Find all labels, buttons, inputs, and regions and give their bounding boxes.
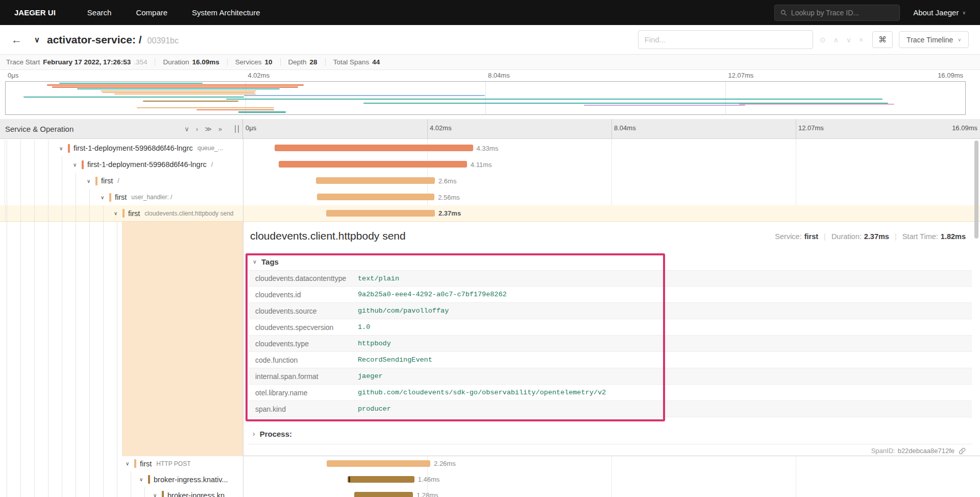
trace-view-dropdown[interactable]: Trace Timeline ∨ (899, 31, 969, 48)
minimap-span (77, 88, 280, 89)
span-bar[interactable] (279, 161, 467, 168)
service-name: first (140, 460, 152, 468)
span-row-first-user-handler[interactable]: ∨firstuser_handler: /2.56ms (0, 189, 980, 205)
trace-id-search-input[interactable] (791, 9, 894, 17)
tags-section-toggle[interactable]: ∨ Tags (248, 253, 972, 270)
find-prev-icon[interactable]: ∧ (833, 36, 838, 44)
detail-meta-service: Service:first (775, 232, 818, 241)
indent-guides (0, 173, 85, 189)
indent-guides (0, 487, 151, 497)
span-row-broker-ingress-kn[interactable]: ∨broker-ingress.kn...1.28ms (0, 487, 980, 497)
span-bar[interactable] (317, 194, 434, 200)
nav-item-search[interactable]: Search (87, 8, 112, 17)
expand-one-icon[interactable]: › (196, 125, 198, 133)
span-collapse-chevron-icon[interactable]: ∨ (59, 146, 68, 151)
vertical-scrollbar-thumb[interactable] (974, 140, 978, 239)
summary-value: 10 (265, 58, 273, 66)
minimap-span (47, 84, 304, 86)
span-rows-bottom: ∨firstHTTP POST2.26ms∨broker-ingress.kna… (0, 456, 980, 497)
tick-gridline (611, 119, 612, 138)
span-row-broker-ingress-knativ[interactable]: ∨broker-ingress.knativ...1.46ms (0, 471, 980, 487)
minimap-canvas[interactable] (5, 81, 966, 115)
span-name-cell[interactable]: ∨firstHTTP POST (0, 456, 243, 471)
about-jaeger-menu[interactable]: About Jaeger ∨ (913, 8, 966, 17)
span-collapse-chevron-icon[interactable]: ∨ (153, 492, 162, 497)
span-row-first-1-deployment-59968d6f46-lngrc-queue[interactable]: ∨first-1-deployment-59968d6f46-lngrcqueu… (0, 140, 980, 156)
minimap-span (52, 86, 298, 88)
trace-summary-bar: Trace StartFebruary 17 2022, 17:26:53.35… (0, 55, 980, 70)
collapse-one-icon[interactable]: ∨ (184, 125, 189, 133)
span-name-cell[interactable]: ∨firstuser_handler: / (0, 189, 243, 205)
span-duration-label: 1.28ms (416, 487, 438, 497)
tag-value: RecordSendingEvent (358, 356, 432, 364)
nav-item-compare[interactable]: Compare (136, 8, 167, 17)
indent-guides (0, 456, 124, 471)
trace-id-search[interactable] (774, 5, 900, 21)
span-row-first-1-deployment-59968d6f46-lngrc[interactable]: ∨first-1-deployment-59968d6f46-lngrc/4.1… (0, 156, 980, 173)
process-section-toggle[interactable]: › Process: (248, 427, 980, 441)
jaeger-ui-brand[interactable]: JAEGER UI (14, 8, 56, 17)
span-detail-meta: Service:first|Duration:2.37ms|Start Time… (775, 232, 966, 241)
span-detail-header: cloudevents.client.httpbody send Service… (243, 222, 980, 253)
span-name-cell[interactable]: ∨first-1-deployment-59968d6f46-lngrc/ (0, 156, 243, 173)
find-input[interactable] (638, 30, 813, 49)
span-collapse-chevron-icon[interactable]: ∨ (139, 477, 148, 482)
back-button[interactable]: ← (11, 34, 22, 46)
span-bar[interactable] (326, 210, 435, 217)
span-name-cell[interactable]: ∨broker-ingress.knativ... (0, 471, 243, 487)
minimap-span (197, 109, 274, 110)
span-bar[interactable] (327, 460, 430, 467)
tick-label-16-09ms: 16.09ms (938, 72, 963, 79)
find-status-icon[interactable]: ⊙ (820, 36, 826, 44)
span-name-cell[interactable]: ∨firstcloudevents.client.httpbody send (0, 205, 243, 221)
minimap-span (137, 107, 274, 108)
keyboard-shortcuts-button[interactable]: ⌘ (872, 31, 893, 48)
name-column-divider[interactable] (243, 139, 243, 497)
column-resize-grip[interactable] (235, 125, 239, 133)
tag-key: code.function (248, 356, 358, 364)
tag-key: cloudevents.type (248, 340, 358, 348)
find-next-icon[interactable]: ∨ (846, 36, 851, 44)
expand-all-icon[interactable]: » (218, 125, 222, 133)
span-bar[interactable] (348, 476, 414, 483)
span-collapse-chevron-icon[interactable]: ∨ (114, 210, 122, 216)
span-duration-label: 4.11ms (471, 156, 492, 173)
meta-separator: | (824, 232, 826, 241)
span-bar[interactable] (275, 145, 473, 151)
self-time-marker (349, 477, 350, 482)
tick-label-12-07ms: 12.07ms (728, 72, 754, 79)
span-bar[interactable] (354, 492, 413, 497)
collapse-all-icon[interactable]: ≫ (205, 125, 212, 133)
search-icon (780, 9, 787, 16)
service-name: broker-ingress.kn... (167, 491, 231, 497)
minimap-span (114, 93, 256, 94)
span-bar[interactable] (316, 177, 435, 184)
meta-separator: | (895, 232, 897, 241)
span-name-cell[interactable]: ∨broker-ingress.kn... (0, 487, 243, 497)
span-collapse-chevron-icon[interactable]: ∨ (126, 461, 134, 466)
collapse-trace-header-icon[interactable]: ∨ (34, 35, 40, 44)
span-row-first[interactable]: ∨first/2.6ms (0, 173, 980, 189)
deep-link-icon[interactable] (959, 447, 966, 455)
minimap-span (101, 90, 256, 91)
summary-label: Duration (163, 58, 189, 66)
span-row-first-http-post[interactable]: ∨firstHTTP POST2.26ms (0, 456, 980, 471)
find-clear-icon[interactable]: × (859, 36, 863, 44)
span-collapse-chevron-icon[interactable]: ∨ (101, 195, 109, 200)
summary-label: Depth (288, 58, 307, 66)
span-name-cell[interactable]: ∨first-1-deployment-59968d6f46-lngrcqueu… (0, 140, 243, 156)
span-row-first-cloudevents-client-httpbody-send[interactable]: ∨firstcloudevents.client.httpbody send2.… (0, 205, 980, 222)
about-jaeger-label: About Jaeger (913, 8, 959, 17)
span-collapse-chevron-icon[interactable]: ∨ (87, 178, 95, 184)
tag-row: cloudevents.sourcegithub/com/pavolloffay (248, 303, 972, 319)
summary-label: Total Spans (333, 58, 370, 66)
nav-item-system-architecture[interactable]: System Architecture (192, 8, 260, 17)
summary-item-trace-start: Trace StartFebruary 17 2022, 17:26:53.35… (5, 58, 155, 66)
summary-item-duration: Duration16.09ms (155, 58, 227, 66)
trace-title-text: activator-service: / (47, 34, 142, 46)
service-color-indicator (95, 177, 97, 185)
span-collapse-chevron-icon[interactable]: ∨ (73, 162, 82, 168)
tick-label-0-s: 0μs (8, 72, 18, 79)
process-section-label: Process: (260, 430, 292, 438)
span-name-cell[interactable]: ∨first/ (0, 173, 243, 189)
